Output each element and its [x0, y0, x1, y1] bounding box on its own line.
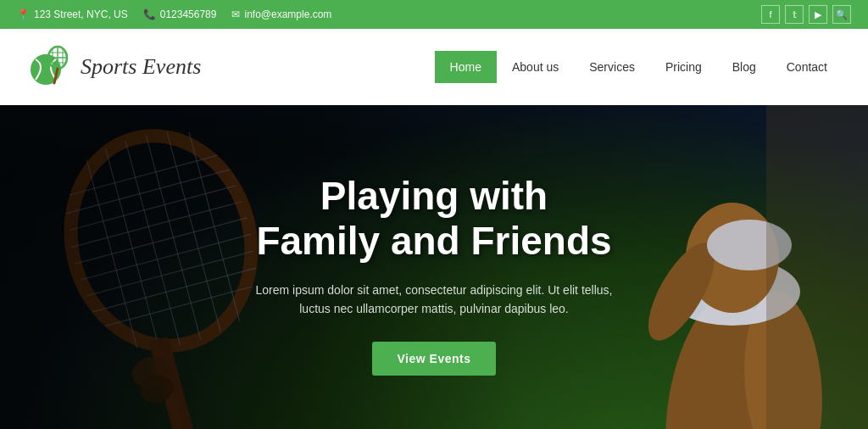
phone-icon: 📞	[143, 8, 156, 20]
search-icon[interactable]: 🔍	[832, 5, 851, 24]
phone-item: 📞 0123456789	[143, 8, 217, 20]
main-nav: Home About us Services Pricing Blog Cont…	[435, 51, 843, 83]
top-bar-contact: 📍 123 Street, NYC, US 📞 0123456789 ✉ inf…	[17, 8, 331, 20]
nav-home[interactable]: Home	[435, 51, 497, 83]
logo-text: Sports Events	[81, 54, 201, 80]
logo[interactable]: Sports Events	[25, 44, 201, 91]
nav-contact[interactable]: Contact	[771, 51, 843, 83]
site-header: Sports Events Home About us Services Pri…	[0, 29, 868, 105]
email-icon: ✉	[231, 8, 240, 20]
social-icons: f 𝕥 ▶ 🔍	[761, 5, 851, 24]
email-text: info@example.com	[244, 8, 331, 20]
youtube-icon[interactable]: ▶	[809, 5, 827, 24]
view-events-button[interactable]: View Events	[372, 342, 497, 376]
hero-section: Playing with Family and Friends Lorem ip…	[0, 105, 868, 429]
email-item: ✉ info@example.com	[231, 8, 331, 20]
twitter-icon[interactable]: 𝕥	[785, 5, 804, 24]
logo-icon	[25, 44, 72, 91]
nav-blog[interactable]: Blog	[717, 51, 771, 83]
location-icon: 📍	[17, 8, 30, 20]
nav-pricing[interactable]: Pricing	[650, 51, 717, 83]
hero-content: Playing with Family and Friends Lorem ip…	[0, 105, 868, 429]
hero-subtitle: Lorem ipsum dolor sit amet, consectetur …	[248, 281, 620, 319]
nav-services[interactable]: Services	[574, 51, 650, 83]
address-text: 123 Street, NYC, US	[34, 8, 128, 20]
address-item: 📍 123 Street, NYC, US	[17, 8, 128, 20]
nav-about[interactable]: About us	[497, 51, 574, 83]
phone-text: 0123456789	[160, 8, 217, 20]
hero-title: Playing with Family and Friends	[256, 174, 611, 264]
top-bar: 📍 123 Street, NYC, US 📞 0123456789 ✉ inf…	[0, 0, 868, 29]
facebook-icon[interactable]: f	[761, 5, 780, 24]
